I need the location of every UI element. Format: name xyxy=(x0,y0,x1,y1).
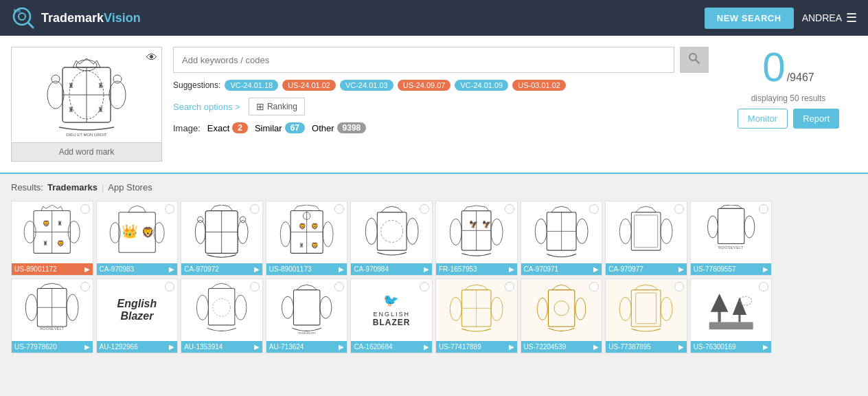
tab-trademarks[interactable]: Trademarks xyxy=(47,182,98,192)
card-id: AU-713624 xyxy=(269,343,304,351)
eye-icon[interactable]: 👁 xyxy=(146,52,157,64)
svg-line-2 xyxy=(28,23,33,28)
svg-text:🦁: 🦁 xyxy=(57,240,65,248)
svg-point-56 xyxy=(380,220,402,242)
suggestion-tag-3[interactable]: US-24.09.07 xyxy=(398,80,451,91)
result-card-us-77417889[interactable]: US-77417889 ▶ xyxy=(435,278,518,353)
svg-point-84 xyxy=(197,295,209,320)
card-gold-coa3 xyxy=(617,283,675,338)
svg-point-78 xyxy=(25,294,37,320)
result-card-ca-970971[interactable]: CA-970971 ▶ xyxy=(521,201,603,276)
results-tabs: Results: Trademarks | App Stores xyxy=(11,182,857,192)
card-id: CA-1620684 xyxy=(354,343,392,351)
result-card-ca-970977[interactable]: CA-970977 ▶ xyxy=(605,201,687,276)
svg-point-60 xyxy=(450,219,461,245)
result-card-au-1353914[interactable]: AU-1353914 ▶ xyxy=(181,278,263,353)
svg-text:TEWKSBURY: TEWKSBURY xyxy=(297,331,316,335)
search-options-link[interactable]: Search options > xyxy=(173,102,240,112)
result-card-ca-1620684[interactable]: 🐦 ENGLISH BLAZER CA-1620684 ▶ xyxy=(350,278,433,353)
card-gold-coa1 xyxy=(447,283,505,338)
tab-app-stores[interactable]: App Stores xyxy=(108,182,152,192)
card-checkbox[interactable] xyxy=(250,282,260,292)
main-search-area: 👁 DIEU ET MON DROIT xyxy=(0,36,868,174)
card-label: CA-970972 ▶ xyxy=(181,263,262,275)
svg-line-19 xyxy=(696,60,699,63)
card-checkbox[interactable] xyxy=(80,282,90,292)
svg-point-41 xyxy=(238,220,248,243)
card-label: AU-713624 ▶ xyxy=(266,341,347,353)
arrow-icon: ▶ xyxy=(424,343,429,351)
svg-rect-83 xyxy=(209,289,235,325)
similar-match: Similar 67 xyxy=(255,122,305,133)
english-text: ENGLISH xyxy=(373,311,410,318)
card-id: US-89001172 xyxy=(14,265,57,273)
card-id: US-72204539 xyxy=(524,343,567,351)
result-card-fr-1657953[interactable]: 🦅 🦅 FR-1657953 ▶ xyxy=(435,201,518,276)
card-checkbox[interactable] xyxy=(505,282,514,292)
result-card-ca-970983[interactable]: 👑 🦁 CA-970983 ▶ xyxy=(96,201,179,276)
card-id: CA-970983 xyxy=(100,265,135,273)
suggestion-tag-2[interactable]: VC-24.01.03 xyxy=(340,80,393,91)
arrow-icon: ▶ xyxy=(763,265,768,273)
add-word-mark[interactable]: Add word mark xyxy=(11,143,162,162)
card-coa-image3 xyxy=(192,283,251,338)
result-card-ca-970984[interactable]: CA-970984 ▶ xyxy=(350,201,433,276)
result-card-us-89001172[interactable]: 🦁 ♜ ♜ 🦁 US-89001172 ▶ xyxy=(11,201,93,276)
user-name: ANDREA xyxy=(802,12,842,23)
arrow-icon: ▶ xyxy=(169,265,174,273)
suggestion-tag-5[interactable]: US-03.01.02 xyxy=(512,80,566,91)
arrow-icon: ▶ xyxy=(339,343,344,351)
svg-point-75 xyxy=(744,216,755,238)
card-id: US-76300169 xyxy=(694,343,736,351)
result-card-us-89001173[interactable]: 🦁 🦁 ♜ 🦁 US-89001173 ▶ xyxy=(266,201,348,276)
result-card-us-76300169[interactable]: US-76300169 ▶ xyxy=(690,278,773,353)
arrow-icon: ▶ xyxy=(509,265,514,273)
result-card-us-77387895[interactable]: US-77387895 ▶ xyxy=(605,278,687,353)
ranking-button[interactable]: ⊞ Ranking xyxy=(249,98,305,116)
suggestion-tag-4[interactable]: VC-24.01.09 xyxy=(455,80,508,91)
card-checkbox[interactable] xyxy=(505,204,514,214)
user-menu[interactable]: ANDREA ☰ xyxy=(802,10,857,25)
svg-rect-53 xyxy=(377,212,407,250)
suggestion-tag-1[interactable]: US-24.01.02 xyxy=(282,80,336,91)
result-card-au-1292966[interactable]: English Blazer AU-1292966 ▶ xyxy=(96,278,179,353)
card-coa-image: 🦅 🦅 xyxy=(447,205,505,260)
svg-point-7 xyxy=(47,81,64,109)
search-button[interactable] xyxy=(680,47,709,73)
card-checkbox[interactable] xyxy=(674,282,684,292)
svg-text:♜: ♜ xyxy=(68,106,74,113)
monitor-button[interactable]: Monitor xyxy=(738,109,788,129)
suggestions-label: Suggestions: xyxy=(173,80,220,90)
card-checkbox[interactable] xyxy=(420,282,429,292)
search-input[interactable] xyxy=(173,47,674,73)
card-label: US-77609557 ▶ xyxy=(691,263,772,275)
uploaded-image-container: 👁 DIEU ET MON DROIT xyxy=(11,47,162,143)
report-button[interactable]: Report xyxy=(793,109,839,129)
svg-rect-104 xyxy=(718,311,720,322)
card-label: FR-1657953 ▶ xyxy=(436,263,517,275)
card-checkbox[interactable] xyxy=(80,204,90,214)
exact-match: Exact 2 xyxy=(207,122,248,133)
suggestion-tag-0[interactable]: VC-24.01.18 xyxy=(225,80,278,91)
svg-text:♜: ♜ xyxy=(299,242,304,249)
blazer-text: BLAZER xyxy=(373,318,411,327)
result-card-ca-970972[interactable]: CA-970972 ▶ xyxy=(181,201,263,276)
svg-text:DIEU ET MON DROIT: DIEU ET MON DROIT xyxy=(66,133,107,137)
result-card-us-77609557[interactable]: ROOSEVELT US-77609557 ▶ xyxy=(690,201,773,276)
arrow-icon: ▶ xyxy=(593,265,599,273)
svg-point-39 xyxy=(196,220,206,243)
result-card-au-713624[interactable]: TEWKSBURY AU-713624 ▶ xyxy=(266,278,348,353)
new-search-button[interactable]: NEW SEARCH xyxy=(705,8,794,29)
svg-point-9 xyxy=(109,81,126,109)
stats-buttons: Monitor Report xyxy=(738,109,839,129)
svg-point-40 xyxy=(198,217,204,223)
other-match: Other 9398 xyxy=(312,122,366,133)
card-checkbox[interactable] xyxy=(250,204,260,214)
result-card-us-72204539[interactable]: US-72204539 ▶ xyxy=(521,278,603,353)
result-count: 0 xyxy=(762,47,785,88)
result-card-us-77978620[interactable]: ROOSEVELT US-77978620 ▶ xyxy=(11,278,93,353)
svg-point-61 xyxy=(491,219,503,245)
card-label: CA-970983 ▶ xyxy=(97,263,178,275)
card-checkbox[interactable] xyxy=(674,204,684,214)
card-checkbox[interactable] xyxy=(420,204,429,214)
